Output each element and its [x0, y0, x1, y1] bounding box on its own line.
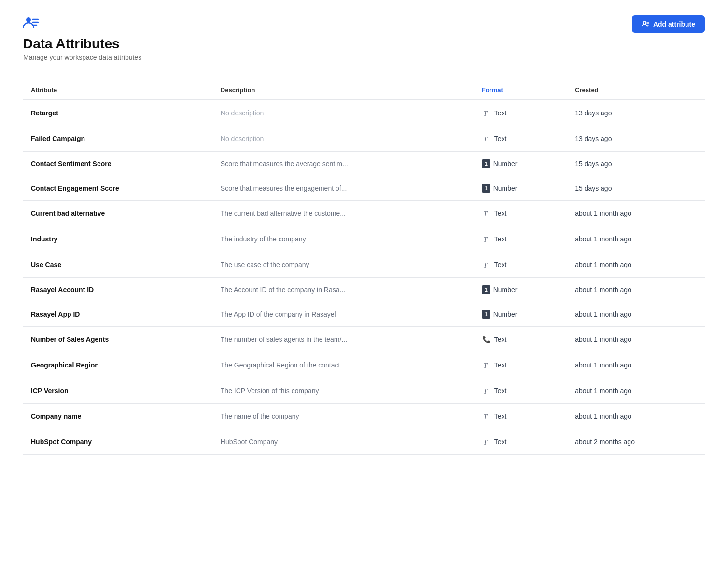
- format-label: Text: [494, 135, 507, 142]
- attributes-table: Attribute Description Format Created Ret…: [23, 81, 705, 455]
- table-row[interactable]: Company nameThe name of the companyTText…: [23, 404, 705, 429]
- attribute-created: about 1 month ago: [567, 226, 705, 252]
- attribute-name: Number of Sales Agents: [23, 327, 213, 352]
- table-row[interactable]: RetargetNo descriptionTText13 days ago: [23, 100, 705, 126]
- format-icon-number: 1: [482, 159, 490, 168]
- attribute-format: TText: [474, 126, 567, 152]
- attribute-format: TText: [474, 352, 567, 378]
- attribute-description: The current bad alternative the custome.…: [213, 201, 474, 226]
- add-attribute-label: Add attribute: [653, 20, 695, 28]
- attribute-description: Score that measures the average sentim..…: [213, 152, 474, 176]
- format-label: Text: [494, 210, 507, 217]
- format-label: Number: [493, 286, 518, 294]
- attribute-created: about 1 month ago: [567, 252, 705, 278]
- attribute-description: The Geographical Region of the contact: [213, 352, 474, 378]
- format-icon-number: 1: [482, 310, 490, 319]
- attribute-name: Retarget: [23, 100, 213, 126]
- format-icon-text: T: [482, 437, 491, 447]
- format-icon-text: T: [482, 360, 491, 370]
- svg-point-0: [26, 17, 31, 22]
- attribute-created: about 2 months ago: [567, 429, 705, 455]
- svg-text:T: T: [483, 261, 488, 269]
- format-label: Text: [494, 109, 507, 117]
- attribute-created: about 1 month ago: [567, 378, 705, 404]
- svg-text:T: T: [483, 135, 488, 143]
- table-row[interactable]: Use CaseThe use case of the companyTText…: [23, 252, 705, 278]
- format-icon-text: T: [482, 209, 491, 218]
- attribute-name: ICP Version: [23, 378, 213, 404]
- format-icon-phone: 📞: [482, 335, 491, 344]
- attribute-description: Score that measures the engagement of...: [213, 176, 474, 201]
- attribute-name: Failed Campaign: [23, 126, 213, 152]
- attribute-description: The Account ID of the company in Rasa...: [213, 278, 474, 302]
- svg-text:T: T: [483, 438, 488, 446]
- table-row[interactable]: Failed CampaignNo descriptionTText13 day…: [23, 126, 705, 152]
- attribute-format: TText: [474, 429, 567, 455]
- table-row[interactable]: ICP VersionThe ICP Version of this compa…: [23, 378, 705, 404]
- attribute-name: Rasayel Account ID: [23, 278, 213, 302]
- format-icon-text: T: [482, 411, 491, 421]
- table-row[interactable]: Contact Sentiment ScoreScore that measur…: [23, 152, 705, 176]
- format-label: Text: [494, 361, 507, 369]
- format-label: Number: [493, 160, 518, 168]
- table-row[interactable]: Rasayel Account IDThe Account ID of the …: [23, 278, 705, 302]
- table-row[interactable]: Geographical RegionThe Geographical Regi…: [23, 352, 705, 378]
- format-label: Text: [494, 261, 507, 268]
- svg-text:T: T: [483, 210, 488, 218]
- attribute-name: Current bad alternative: [23, 201, 213, 226]
- svg-text:T: T: [483, 413, 488, 421]
- attribute-description: The number of sales agents in the team/.…: [213, 327, 474, 352]
- attribute-description: HubSpot Company: [213, 429, 474, 455]
- table-row[interactable]: Rasayel App IDThe App ID of the company …: [23, 302, 705, 327]
- attribute-name: Contact Sentiment Score: [23, 152, 213, 176]
- format-label: Text: [494, 438, 507, 446]
- format-icon-text: T: [482, 260, 491, 269]
- add-attribute-button[interactable]: Add attribute: [632, 15, 705, 33]
- attribute-description: No description: [213, 100, 474, 126]
- attribute-created: 13 days ago: [567, 126, 705, 152]
- format-label: Text: [494, 412, 507, 420]
- attribute-format: TText: [474, 201, 567, 226]
- attribute-format: TText: [474, 226, 567, 252]
- attribute-format: TText: [474, 252, 567, 278]
- attribute-created: about 1 month ago: [567, 278, 705, 302]
- format-icon-text: T: [482, 108, 491, 118]
- svg-text:T: T: [483, 110, 488, 117]
- attribute-format: 1Number: [474, 176, 567, 201]
- col-created: Created: [567, 81, 705, 100]
- attribute-name: Industry: [23, 226, 213, 252]
- table-row[interactable]: IndustryThe industry of the companyTText…: [23, 226, 705, 252]
- attribute-format: TText: [474, 100, 567, 126]
- attribute-format: 1Number: [474, 302, 567, 327]
- attribute-description: The App ID of the company in Rasayel: [213, 302, 474, 327]
- table-row[interactable]: Contact Engagement ScoreScore that measu…: [23, 176, 705, 201]
- attribute-format: 1Number: [474, 278, 567, 302]
- add-attribute-icon: [642, 20, 649, 28]
- format-label: Text: [494, 336, 507, 343]
- format-icon-text: T: [482, 234, 491, 244]
- table-row[interactable]: Number of Sales AgentsThe number of sale…: [23, 327, 705, 352]
- attribute-name: Company name: [23, 404, 213, 429]
- table-row[interactable]: Current bad alternativeThe current bad a…: [23, 201, 705, 226]
- svg-text:T: T: [483, 362, 488, 369]
- format-icon-number: 1: [482, 184, 490, 193]
- attribute-name: Use Case: [23, 252, 213, 278]
- attribute-name: HubSpot Company: [23, 429, 213, 455]
- attribute-name: Contact Engagement Score: [23, 176, 213, 201]
- col-description: Description: [213, 81, 474, 100]
- attribute-name: Geographical Region: [23, 352, 213, 378]
- table-row[interactable]: HubSpot CompanyHubSpot CompanyTTextabout…: [23, 429, 705, 455]
- attribute-name: Rasayel App ID: [23, 302, 213, 327]
- attribute-created: 13 days ago: [567, 100, 705, 126]
- attribute-format: TText: [474, 378, 567, 404]
- svg-text:T: T: [483, 236, 488, 243]
- attribute-created: about 1 month ago: [567, 327, 705, 352]
- svg-point-4: [643, 21, 646, 24]
- format-label: Number: [493, 184, 518, 192]
- attribute-created: about 1 month ago: [567, 302, 705, 327]
- attribute-description: The name of the company: [213, 404, 474, 429]
- attribute-description: No description: [213, 126, 474, 152]
- attribute-description: The use case of the company: [213, 252, 474, 278]
- attribute-created: 15 days ago: [567, 152, 705, 176]
- col-format: Format: [474, 81, 567, 100]
